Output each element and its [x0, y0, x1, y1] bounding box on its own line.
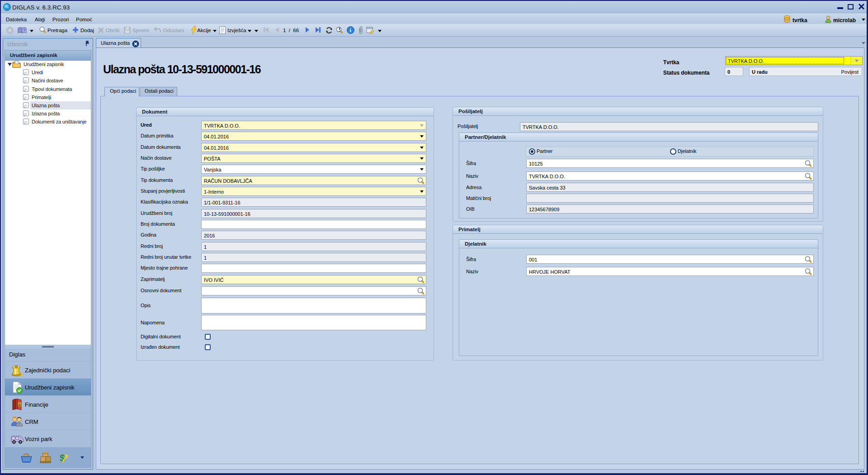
svg-text:?: ?	[23, 28, 26, 33]
svg-text:$: $	[19, 403, 21, 407]
svg-text:DIG: DIG	[5, 6, 9, 9]
